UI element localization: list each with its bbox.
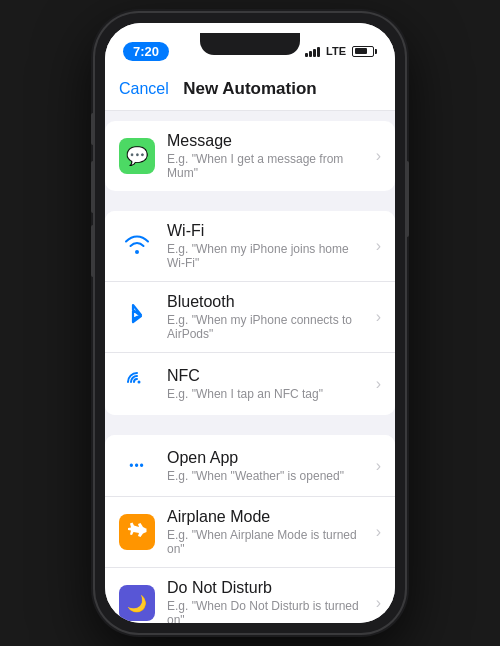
nfc-icon xyxy=(123,368,151,401)
volume-down-button[interactable] xyxy=(91,225,95,277)
list-item-message[interactable]: 💬 Message E.g. "When I get a message fro… xyxy=(105,121,395,191)
status-time: 7:20 xyxy=(123,42,169,61)
message-subtitle: E.g. "When I get a message from Mum" xyxy=(167,152,370,180)
openapp-title: Open App xyxy=(167,449,370,467)
lte-label: LTE xyxy=(326,45,346,57)
nfc-icon-container xyxy=(119,366,155,402)
signal-bar-2 xyxy=(309,51,312,57)
dnd-chevron: › xyxy=(376,594,381,612)
bluetooth-title: Bluetooth xyxy=(167,293,370,311)
openapp-text: Open App E.g. "When "Weather" is opened" xyxy=(167,449,370,483)
nfc-chevron: › xyxy=(376,375,381,393)
openapp-subtitle: E.g. "When "Weather" is opened" xyxy=(167,469,370,483)
wifi-text: Wi-Fi E.g. "When my iPhone joins home Wi… xyxy=(167,222,370,270)
openapp-icon-container: ••• xyxy=(119,448,155,484)
dnd-text: Do Not Disturb E.g. "When Do Not Disturb… xyxy=(167,579,370,623)
signal-bar-3 xyxy=(313,49,316,57)
airplanemode-text: Airplane Mode E.g. "When Airplane Mode i… xyxy=(167,508,370,556)
battery-tip xyxy=(375,49,377,54)
message-title: Message xyxy=(167,132,370,150)
wifi-chevron: › xyxy=(376,237,381,255)
svg-point-0 xyxy=(138,380,141,383)
airplanemode-subtitle: E.g. "When Airplane Mode is turned on" xyxy=(167,528,370,556)
signal-bar-4 xyxy=(317,47,320,57)
list-item-bluetooth[interactable]: Bluetooth E.g. "When my iPhone connects … xyxy=(105,282,395,353)
cancel-button[interactable]: Cancel xyxy=(119,80,169,98)
message-text: Message E.g. "When I get a message from … xyxy=(167,132,370,180)
power-button[interactable] xyxy=(405,161,409,237)
notch xyxy=(200,33,300,55)
dnd-subtitle: E.g. "When Do Not Disturb is turned on" xyxy=(167,599,370,623)
battery-body xyxy=(352,46,374,57)
openapp-chevron: › xyxy=(376,457,381,475)
signal-bar-1 xyxy=(305,53,308,57)
battery-status xyxy=(352,46,377,57)
wifi-icon xyxy=(123,230,151,263)
section-connectivity: Wi-Fi E.g. "When my iPhone joins home Wi… xyxy=(105,211,395,415)
message-bubble-icon: 💬 xyxy=(126,145,148,167)
bluetooth-icon-container xyxy=(119,299,155,335)
list-item-airplanemode[interactable]: Airplane Mode E.g. "When Airplane Mode i… xyxy=(105,497,395,568)
status-right: LTE xyxy=(305,45,377,57)
message-chevron: › xyxy=(376,147,381,165)
list-item-nfc[interactable]: NFC E.g. "When I tap an NFC tag" › xyxy=(105,353,395,415)
section-modes: ••• Open App E.g. "When "Weather" is ope… xyxy=(105,435,395,623)
section-message: 💬 Message E.g. "When I get a message fro… xyxy=(105,121,395,191)
spacer-1 xyxy=(105,191,395,201)
bluetooth-icon xyxy=(123,301,151,334)
nfc-text: NFC E.g. "When I tap an NFC tag" xyxy=(167,367,370,401)
wifi-subtitle: E.g. "When my iPhone joins home Wi-Fi" xyxy=(167,242,370,270)
nfc-title: NFC xyxy=(167,367,370,385)
message-icon: 💬 xyxy=(119,138,155,174)
airplane-icon xyxy=(126,519,148,546)
nav-title: New Automation xyxy=(183,79,316,99)
nfc-subtitle: E.g. "When I tap an NFC tag" xyxy=(167,387,370,401)
dnd-icon: 🌙 xyxy=(127,594,147,613)
airplane-icon-container xyxy=(119,514,155,550)
volume-up-button[interactable] xyxy=(91,161,95,213)
bluetooth-chevron: › xyxy=(376,308,381,326)
dnd-icon-container: 🌙 xyxy=(119,585,155,621)
content-area: 💬 Message E.g. "When I get a message fro… xyxy=(105,111,395,623)
signal-bars xyxy=(305,45,320,57)
dnd-title: Do Not Disturb xyxy=(167,579,370,597)
list-item-openapp[interactable]: ••• Open App E.g. "When "Weather" is ope… xyxy=(105,435,395,497)
phone-screen: 7:20 LTE Cancel New Auto xyxy=(105,23,395,623)
list-item-wifi[interactable]: Wi-Fi E.g. "When my iPhone joins home Wi… xyxy=(105,211,395,282)
wifi-icon-container xyxy=(119,228,155,264)
list-item-dnd[interactable]: 🌙 Do Not Disturb E.g. "When Do Not Distu… xyxy=(105,568,395,623)
mute-button[interactable] xyxy=(91,113,95,145)
airplanemode-title: Airplane Mode xyxy=(167,508,370,526)
phone-frame: 7:20 LTE Cancel New Auto xyxy=(95,13,405,633)
bluetooth-subtitle: E.g. "When my iPhone connects to AirPods… xyxy=(167,313,370,341)
battery-fill xyxy=(355,48,368,54)
bluetooth-text: Bluetooth E.g. "When my iPhone connects … xyxy=(167,293,370,341)
openapp-icon: ••• xyxy=(129,459,145,473)
wifi-title: Wi-Fi xyxy=(167,222,370,240)
airplanemode-chevron: › xyxy=(376,523,381,541)
nav-bar: Cancel New Automation xyxy=(105,67,395,111)
spacer-2 xyxy=(105,415,395,425)
